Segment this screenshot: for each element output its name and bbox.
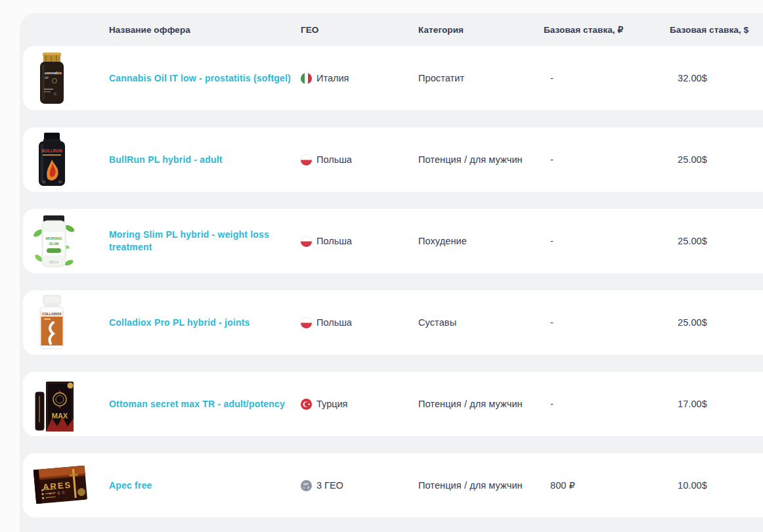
- bullrun-product-image: BULLRUN 30 60: [32, 129, 72, 190]
- category-label: Потенция / для мужчин: [418, 154, 544, 165]
- geo-label: 3 ГЕО: [316, 480, 343, 491]
- offer-link[interactable]: Ottoman secret max TR - adult/potency: [109, 398, 285, 410]
- offer-row-moring-slim[interactable]: MORING SLIM 500 ml Moring Slim PL hybrid…: [23, 209, 763, 273]
- svg-text:60: 60: [58, 181, 62, 184]
- rate-usd-value: 25.00$: [670, 317, 763, 328]
- category-label: Суставы: [418, 317, 544, 328]
- svg-text:oil: oil: [45, 76, 49, 79]
- svg-text:500 ml: 500 ml: [49, 261, 58, 264]
- poland-flag-icon: [301, 154, 312, 166]
- svg-text:BULLRUN: BULLRUN: [41, 148, 62, 153]
- header-category: Категория: [418, 25, 544, 35]
- svg-text:COLLADIOX: COLLADIOX: [42, 312, 62, 316]
- ares-free-product-image: ARES АРЕС: [32, 460, 89, 511]
- offer-row-bullrun[interactable]: BULLRUN 30 60 BullRun PL hybrid - adult: [23, 127, 763, 192]
- offer-row-ottoman-secret-max[interactable]: MAX Ottoman secret max TR - adult/potenc…: [23, 372, 763, 436]
- geo-label: Турция: [316, 399, 347, 409]
- rate-rub-value: -: [544, 73, 670, 83]
- geo-label: Польша: [316, 317, 352, 328]
- rate-usd-value: 10.00$: [670, 480, 763, 491]
- rate-rub-value: -: [544, 399, 670, 409]
- offer-link[interactable]: Colladiox Pro PL hybrid - joints: [109, 317, 250, 329]
- rate-usd-value: 17.00$: [670, 399, 763, 409]
- header-rate-usd: Базовая ставка, $: [670, 25, 763, 35]
- rate-rub-value: 800 ₽: [544, 480, 670, 491]
- rate-rub-value: -: [544, 317, 670, 328]
- svg-text:SLIM: SLIM: [49, 242, 58, 246]
- poland-flag-icon: [301, 317, 312, 328]
- rate-usd-value: 32.00$: [670, 73, 763, 83]
- offer-row-cannabis-oil[interactable]: cannabis oil C Cannabis Oil IT low - pro…: [23, 46, 763, 110]
- header-offer-name: Название оффера: [109, 25, 301, 35]
- category-label: Простатит: [418, 73, 544, 83]
- geo-label: Италия: [316, 73, 349, 83]
- rate-usd-value: 25.00$: [670, 236, 763, 246]
- product-image-cell: MAX: [23, 372, 109, 436]
- product-image-cell: ARES АРЕС: [23, 453, 109, 518]
- italy-flag-icon: [301, 73, 312, 84]
- cannabis-oil-product-image: cannabis oil C: [32, 48, 72, 108]
- globe-icon: [301, 480, 312, 491]
- category-label: Потенция / для мужчин: [418, 480, 544, 491]
- product-image-cell: cannabis oil C: [23, 46, 109, 110]
- svg-text:60 caps: 60 caps: [47, 345, 56, 348]
- category-label: Похудение: [418, 236, 544, 246]
- turkey-flag-icon: [301, 399, 312, 410]
- product-image-cell: BULLRUN 30 60: [23, 127, 109, 192]
- rate-usd-value: 25.00$: [670, 154, 763, 165]
- svg-text:MORING: MORING: [46, 236, 62, 240]
- svg-text:MAX: MAX: [52, 412, 68, 420]
- svg-text:30: 30: [42, 181, 46, 184]
- colladiox-pro-product-image: COLLADIOX 60 caps: [32, 292, 72, 353]
- table-header: Название оффера ГЕО Категория Базовая ст…: [20, 13, 763, 46]
- geo-label: Польша: [316, 236, 352, 246]
- header-geo: ГЕО: [301, 25, 418, 35]
- offer-link[interactable]: Moring Slim PL hybrid - weight loss trea…: [109, 229, 295, 254]
- offer-row-ares-free[interactable]: ARES АРЕС Apec free: [23, 453, 763, 518]
- offers-table-panel: Название оффера ГЕО Категория Базовая ст…: [20, 13, 763, 532]
- header-rate-rub: Базовая ставка, ₽: [544, 24, 670, 35]
- moring-slim-product-image: MORING SLIM 500 ml: [32, 211, 76, 271]
- geo-label: Польша: [316, 154, 352, 165]
- offer-row-colladiox-pro[interactable]: COLLADIOX 60 caps Colladiox Pro PL hybri…: [23, 290, 763, 355]
- offer-link[interactable]: BullRun PL hybrid - adult: [109, 154, 223, 166]
- rate-rub-value: -: [544, 154, 670, 165]
- svg-text:cannabis: cannabis: [45, 71, 62, 75]
- offer-link[interactable]: Cannabis Oil IT low - prostatitis (softg…: [109, 72, 291, 85]
- poland-flag-icon: [301, 236, 312, 247]
- svg-text:C: C: [54, 92, 57, 96]
- product-image-cell: MORING SLIM 500 ml: [23, 209, 109, 273]
- ottoman-secret-max-product-image: MAX: [32, 374, 77, 434]
- offer-link[interactable]: Apec free: [109, 479, 152, 492]
- category-label: Потенция / для мужчин: [418, 399, 544, 409]
- rate-rub-value: -: [544, 236, 670, 246]
- product-image-cell: COLLADIOX 60 caps: [23, 290, 109, 355]
